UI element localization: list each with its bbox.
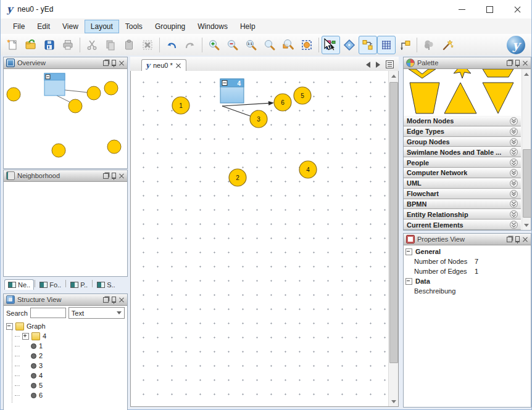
- collapse-icon[interactable]: [405, 248, 412, 255]
- palette-section-people[interactable]: People: [404, 157, 521, 168]
- overview-minimap[interactable]: [4, 69, 127, 168]
- tree-item-2[interactable]: 2: [4, 351, 127, 361]
- delete-button[interactable]: [138, 36, 157, 54]
- copy-button[interactable]: [101, 36, 120, 54]
- menu-windows[interactable]: Windows: [191, 20, 234, 33]
- close-panel-icon[interactable]: [523, 237, 528, 242]
- neighborhood-panel-header[interactable]: Neighborhood: [4, 170, 127, 182]
- snap-lines-button[interactable]: [359, 36, 377, 54]
- tab-close-icon[interactable]: [176, 63, 181, 68]
- palette-shape-trapezoid[interactable]: [410, 83, 439, 113]
- zoom-tool-button[interactable]: [260, 36, 279, 54]
- tree-item-4[interactable]: 4: [4, 371, 127, 380]
- menu-grouping[interactable]: Grouping: [149, 20, 191, 33]
- maximize-button[interactable]: [476, 0, 504, 18]
- grid-button[interactable]: [377, 36, 396, 54]
- pin-panel-icon[interactable]: [112, 297, 116, 303]
- dock-tab-p[interactable]: P..: [67, 279, 91, 290]
- menu-tools[interactable]: Tools: [119, 20, 149, 33]
- close-panel-icon[interactable]: [119, 297, 125, 303]
- palette-scrollbar[interactable]: [522, 69, 531, 230]
- undo-button[interactable]: [162, 36, 181, 54]
- palette-section-edge-types[interactable]: Edge Types: [404, 126, 521, 137]
- fit-content-button[interactable]: [297, 36, 316, 54]
- menu-view[interactable]: View: [56, 20, 85, 33]
- float-panel-icon[interactable]: [507, 237, 512, 242]
- collapse-icon[interactable]: [405, 278, 412, 285]
- palette-section-computer-network[interactable]: Computer Network: [404, 168, 521, 178]
- tab-list-icon[interactable]: [386, 60, 394, 68]
- palette-shape-trapezoid-top[interactable]: [483, 69, 513, 77]
- zoom-to-selection-button[interactable]: [279, 36, 297, 54]
- double-chevron-down-icon[interactable]: [510, 221, 518, 229]
- graph-edge[interactable]: [222, 103, 268, 106]
- redo-button[interactable]: [181, 36, 199, 54]
- menu-layout[interactable]: Layout: [85, 20, 119, 33]
- close-button[interactable]: [504, 0, 531, 18]
- palette-section-modern-nodes[interactable]: Modern Nodes: [404, 116, 521, 126]
- palette-panel-header[interactable]: Palette: [404, 57, 531, 69]
- scroll-up-icon[interactable]: [389, 71, 398, 81]
- graph-canvas[interactable]: 4123456: [130, 71, 399, 407]
- menu-edit[interactable]: Edit: [31, 20, 56, 33]
- zoom-out-button[interactable]: [223, 36, 242, 54]
- search-filter-dropdown[interactable]: Text: [69, 307, 125, 319]
- close-panel-icon[interactable]: [119, 60, 125, 66]
- property-row-number-of-edges[interactable]: Number of Edges1: [404, 266, 531, 276]
- palette-section-swimlane-nodes-and-table[interactable]: Swimlane Nodes and Table ...: [404, 147, 521, 157]
- double-chevron-down-icon[interactable]: [510, 128, 518, 136]
- tree-item-6[interactable]: 6: [4, 390, 127, 400]
- scrollbar-thumb[interactable]: [389, 82, 398, 363]
- property-row-beschreibung[interactable]: Beschreibung: [404, 286, 531, 296]
- orthogonal-edges-button[interactable]: [396, 36, 414, 54]
- cut-button[interactable]: [83, 36, 101, 54]
- palette-section-group-nodes[interactable]: Group Nodes: [404, 137, 521, 147]
- properties-panel-header[interactable]: Properties View: [404, 234, 531, 245]
- close-panel-icon[interactable]: [119, 173, 125, 179]
- palette-section-uml[interactable]: UML: [404, 178, 521, 189]
- zoom-in-button[interactable]: [205, 36, 223, 54]
- double-chevron-down-icon[interactable]: [510, 138, 518, 146]
- scroll-down-icon[interactable]: [389, 396, 398, 406]
- dock-tab-s[interactable]: S..: [93, 279, 118, 290]
- next-tab-icon[interactable]: [376, 62, 380, 68]
- double-chevron-down-icon[interactable]: [510, 210, 518, 218]
- scrollbar-thumb[interactable]: [523, 149, 531, 218]
- pin-panel-icon[interactable]: [515, 236, 520, 242]
- pin-panel-icon[interactable]: [112, 173, 116, 179]
- layout-button[interactable]: [340, 36, 359, 54]
- search-input[interactable]: [30, 308, 66, 318]
- print-button[interactable]: [59, 36, 77, 54]
- double-chevron-down-icon[interactable]: [510, 169, 518, 177]
- double-chevron-down-icon[interactable]: [510, 190, 518, 198]
- collapse-icon[interactable]: [6, 323, 13, 330]
- new-document-button[interactable]: [3, 36, 22, 54]
- palette-shape-triangle-down[interactable]: [483, 83, 513, 113]
- save-button[interactable]: [40, 36, 59, 54]
- double-chevron-down-icon[interactable]: [510, 158, 518, 166]
- hierarchy-button[interactable]: [420, 36, 438, 54]
- document-tab[interactable]: y neu0 *: [141, 59, 186, 72]
- canvas-vertical-scrollbar[interactable]: [388, 71, 398, 406]
- palette-shape-chevron[interactable]: [409, 69, 436, 78]
- palette-shape-triangle-up[interactable]: [444, 83, 476, 113]
- palette-section-entity-relationship[interactable]: Entity Relationship: [404, 209, 521, 219]
- menu-help[interactable]: Help: [234, 20, 262, 33]
- dock-tab-fo[interactable]: Fo..: [36, 279, 65, 290]
- tree-item-3[interactable]: 3: [4, 361, 127, 371]
- float-panel-icon[interactable]: [103, 173, 109, 179]
- property-group-data[interactable]: Data: [404, 276, 531, 286]
- paste-button[interactable]: [120, 36, 138, 54]
- overview-panel-header[interactable]: Overview: [4, 57, 127, 69]
- palette-section-current-elements[interactable]: Current Elements: [404, 219, 521, 230]
- float-panel-icon[interactable]: [103, 60, 109, 66]
- menu-file[interactable]: File: [7, 20, 31, 33]
- palette-section-flowchart[interactable]: Flowchart: [404, 189, 521, 199]
- wizard-button[interactable]: [438, 36, 457, 54]
- pin-panel-icon[interactable]: [515, 60, 520, 66]
- structure-panel-header[interactable]: Structure View: [4, 294, 127, 306]
- double-chevron-down-icon[interactable]: [510, 148, 518, 156]
- pin-panel-icon[interactable]: [112, 60, 116, 66]
- zoom-actual-size-button[interactable]: 1:1: [242, 36, 260, 54]
- tree-item-4[interactable]: 4: [4, 331, 127, 341]
